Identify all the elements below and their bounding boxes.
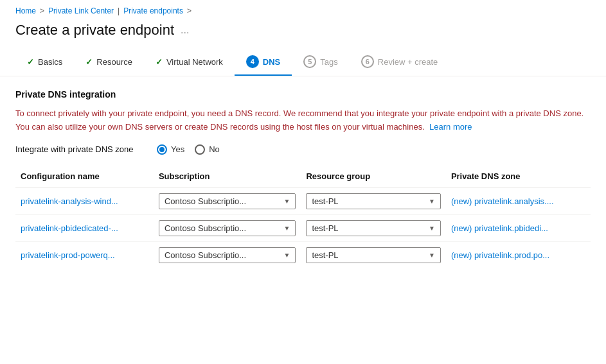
subscription-dropdown[interactable]: Contoso Subscriptio... ▼ [159, 247, 296, 263]
tab-tags[interactable]: 5 Tags [292, 49, 349, 76]
col-resource-group: Resource group [301, 168, 446, 188]
col-private-dns: Private DNS zone [446, 168, 591, 188]
table-row: privatelink-pbidedicated-... Contoso Sub… [15, 214, 591, 241]
breadcrumb-sep-1: > [40, 6, 44, 15]
vnet-check-icon: ✓ [156, 57, 163, 67]
tab-review[interactable]: 6 Review + create [350, 49, 450, 76]
info-text-body: To connect privately with your private e… [15, 108, 584, 132]
config-name-link[interactable]: privatelink-prod-powerq... [21, 250, 115, 260]
learn-more-link[interactable]: Learn more [429, 122, 472, 132]
resource-check-icon: ✓ [85, 57, 93, 67]
table-row: privatelink-analysis-wind... Contoso Sub… [15, 187, 591, 214]
radio-yes[interactable]: Yes [157, 144, 184, 155]
main-content: Private DNS integration To connect priva… [0, 89, 606, 268]
subscription-value: Contoso Subscriptio... [165, 196, 246, 206]
radio-yes-label: Yes [171, 144, 184, 154]
breadcrumb-home[interactable]: Home [15, 6, 36, 15]
breadcrumb-private-link[interactable]: Private Link Center [48, 6, 114, 15]
resource-group-dropdown[interactable]: test-PL ▼ [306, 193, 441, 209]
page-options-button[interactable]: ... [181, 24, 189, 36]
subscription-value: Contoso Subscriptio... [165, 250, 246, 260]
dns-integration-row: Integrate with private DNS zone Yes No [15, 144, 591, 155]
tab-virtual-network[interactable]: ✓ Virtual Network [144, 51, 235, 74]
tab-dns[interactable]: 4 DNS [235, 49, 292, 76]
subscription-dropdown[interactable]: Contoso Subscriptio... ▼ [159, 220, 296, 236]
radio-no-btn[interactable] [195, 144, 205, 155]
dropdown-arrow-icon: ▼ [429, 252, 435, 259]
review-step-circle: 6 [361, 55, 374, 68]
basics-check-icon: ✓ [27, 57, 34, 67]
resource-group-dropdown[interactable]: test-PL ▼ [306, 220, 441, 236]
wizard-tabs: ✓ Basics ✓ Resource ✓ Virtual Network 4 … [0, 49, 606, 76]
breadcrumb-private-endpoints[interactable]: Private endpoints [123, 6, 183, 15]
subscription-dropdown[interactable]: Contoso Subscriptio... ▼ [159, 193, 296, 209]
radio-no-label: No [209, 144, 220, 154]
dropdown-arrow-icon: ▼ [429, 198, 435, 205]
tags-step-circle: 5 [303, 55, 316, 68]
resource-group-value: test-PL [312, 223, 338, 233]
radio-group: Yes No [157, 144, 220, 155]
private-dns-zone-value: (new) privatelink.prod.po... [451, 250, 549, 260]
breadcrumb-sep-3: > [187, 6, 192, 15]
radio-yes-btn[interactable] [157, 144, 167, 155]
tab-resource[interactable]: ✓ Resource [74, 51, 144, 74]
tab-basics[interactable]: ✓ Basics [15, 51, 74, 74]
breadcrumb-sep-2: | [118, 6, 120, 15]
dns-step-circle: 4 [246, 55, 259, 68]
config-name-link[interactable]: privatelink-pbidedicated-... [21, 223, 118, 233]
page-title-container: Create a private endpoint ... [0, 19, 606, 49]
dns-table: Configuration name Subscription Resource… [15, 168, 591, 268]
resource-group-value: test-PL [312, 250, 338, 260]
page-title: Create a private endpoint [15, 22, 174, 39]
tab-tags-label: Tags [320, 57, 337, 67]
subscription-value: Contoso Subscriptio... [165, 223, 246, 233]
col-subscription: Subscription [154, 168, 301, 188]
dropdown-arrow-icon: ▼ [283, 198, 290, 205]
resource-group-dropdown[interactable]: test-PL ▼ [306, 247, 441, 263]
radio-no[interactable]: No [195, 144, 220, 155]
private-dns-zone-value: (new) privatelink.analysis.... [451, 196, 554, 206]
resource-group-value: test-PL [312, 196, 338, 206]
dropdown-arrow-icon: ▼ [283, 252, 290, 259]
tab-dns-label: DNS [263, 57, 280, 67]
section-title: Private DNS integration [15, 89, 591, 100]
col-config-name: Configuration name [15, 168, 154, 188]
tab-virtual-network-label: Virtual Network [166, 57, 223, 67]
dropdown-arrow-icon: ▼ [429, 225, 435, 232]
info-text: To connect privately with your private e… [15, 107, 591, 134]
integration-label: Integrate with private DNS zone [15, 144, 144, 154]
tab-resource-label: Resource [96, 57, 132, 67]
table-row: privatelink-prod-powerq... Contoso Subsc… [15, 241, 591, 268]
dropdown-arrow-icon: ▼ [283, 225, 290, 232]
breadcrumb: Home > Private Link Center | Private end… [0, 0, 606, 19]
config-name-link[interactable]: privatelink-analysis-wind... [21, 196, 118, 206]
private-dns-zone-value: (new) privatelink.pbidedi... [451, 223, 548, 233]
tab-basics-label: Basics [38, 57, 62, 67]
tab-review-label: Review + create [378, 57, 438, 67]
